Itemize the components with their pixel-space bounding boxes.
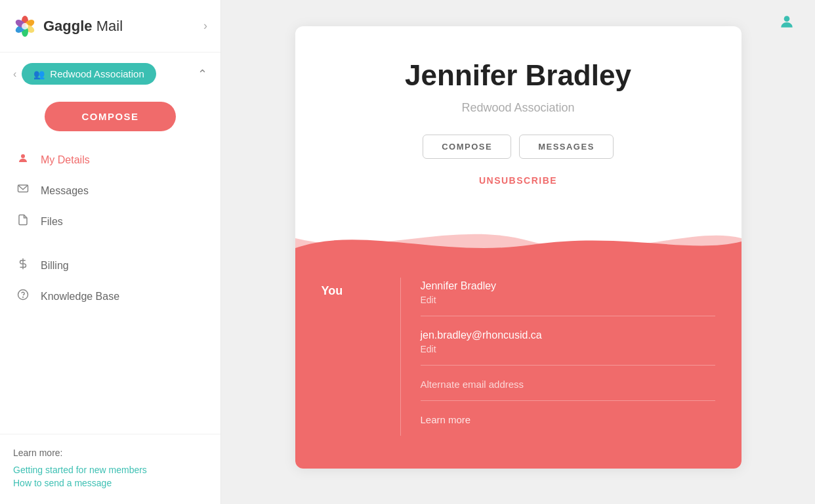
group-selector-row: ‹ 👥 Redwood Association ⌃	[0, 52, 220, 95]
sidebar-item-label: My Details	[41, 154, 90, 166]
card-bottom: You Jennifer Bradley Edit jen.bradley@rh…	[295, 264, 742, 469]
nav-menu: My Details Messages Files Billing Knowl	[0, 144, 220, 312]
sidebar-item-label: Files	[41, 216, 63, 228]
alternate-email-field: Alternate email address	[421, 379, 715, 401]
sidebar: Gaggle Mail › ‹ 👥 Redwood Association ⌃ …	[0, 0, 221, 504]
sidebar-footer: Learn more: Getting started for new memb…	[0, 434, 220, 504]
you-label: You	[322, 264, 400, 449]
sidebar-item-my-details[interactable]: My Details	[7, 144, 214, 175]
group-icon: 👥	[33, 69, 45, 79]
question-icon	[16, 289, 30, 304]
card-actions: COMPOSE MESSAGES	[322, 135, 715, 159]
sidebar-item-messages[interactable]: Messages	[7, 175, 214, 206]
profile-group: Redwood Association	[322, 101, 715, 115]
user-account-button[interactable]	[778, 13, 795, 35]
gaggle-logo-icon	[13, 14, 37, 38]
profile-card: Jennifer Bradley Redwood Association COM…	[295, 26, 742, 469]
group-label: Redwood Association	[50, 68, 144, 79]
compose-button[interactable]: COMPOSE	[45, 102, 176, 131]
learn-more-link-getting-started[interactable]: Getting started for new members	[13, 465, 207, 475]
profile-name: Jennifer Bradley	[322, 59, 715, 92]
card-top: Jennifer Bradley Redwood Association COM…	[295, 26, 742, 212]
sidebar-item-label: Billing	[41, 260, 69, 272]
unsubscribe-button[interactable]: UNSUBSCRIBE	[479, 175, 557, 186]
file-icon	[16, 214, 30, 229]
wave-decoration	[295, 212, 742, 264]
email-field: jen.bradley@rhoncusid.ca Edit	[421, 329, 715, 366]
main-content: Jennifer Bradley Redwood Association COM…	[221, 0, 815, 504]
sidebar-item-label: Knowledge Base	[41, 291, 119, 303]
name-value: Jennifer Bradley	[421, 280, 715, 292]
learn-more-field: Learn more	[421, 414, 715, 436]
dollar-icon	[16, 258, 30, 273]
compose-action-button[interactable]: COMPOSE	[423, 135, 511, 159]
email-edit-button[interactable]: Edit	[421, 344, 715, 354]
group-badge[interactable]: 👥 Redwood Association	[22, 63, 156, 85]
learn-more-link-how-to-send[interactable]: How to send a message	[13, 478, 207, 488]
sidebar-item-knowledge-base[interactable]: Knowledge Base	[7, 281, 214, 312]
learn-more-label: Learn more:	[13, 448, 207, 458]
sidebar-item-label: Messages	[41, 185, 89, 197]
email-value: jen.bradley@rhoncusid.ca	[421, 329, 715, 341]
sidebar-item-billing[interactable]: Billing	[7, 250, 214, 281]
person-icon	[16, 152, 30, 167]
name-edit-button[interactable]: Edit	[421, 295, 715, 305]
group-prev-button[interactable]: ‹	[13, 68, 16, 80]
name-field: Jennifer Bradley Edit	[421, 280, 715, 316]
messages-action-button[interactable]: MESSAGES	[519, 135, 614, 159]
compose-btn-container: COMPOSE	[0, 95, 220, 144]
details-col: Jennifer Bradley Edit jen.bradley@rhoncu…	[401, 264, 715, 449]
svg-point-6	[22, 23, 28, 30]
sidebar-collapse-button[interactable]: ›	[203, 19, 207, 33]
sidebar-item-files[interactable]: Files	[7, 206, 214, 237]
svg-point-7	[21, 154, 25, 158]
group-chevron-icon[interactable]: ⌃	[198, 67, 207, 81]
sidebar-header: Gaggle Mail ›	[0, 0, 220, 52]
svg-point-12	[784, 16, 790, 22]
message-icon	[16, 183, 30, 198]
alternate-email-placeholder: Alternate email address	[421, 379, 715, 390]
nav-separator	[7, 237, 214, 250]
app-name: Gaggle Mail	[43, 18, 123, 35]
logo: Gaggle Mail	[13, 14, 123, 38]
wave-section	[295, 212, 742, 264]
learn-more-link-card[interactable]: Learn more	[421, 414, 715, 425]
